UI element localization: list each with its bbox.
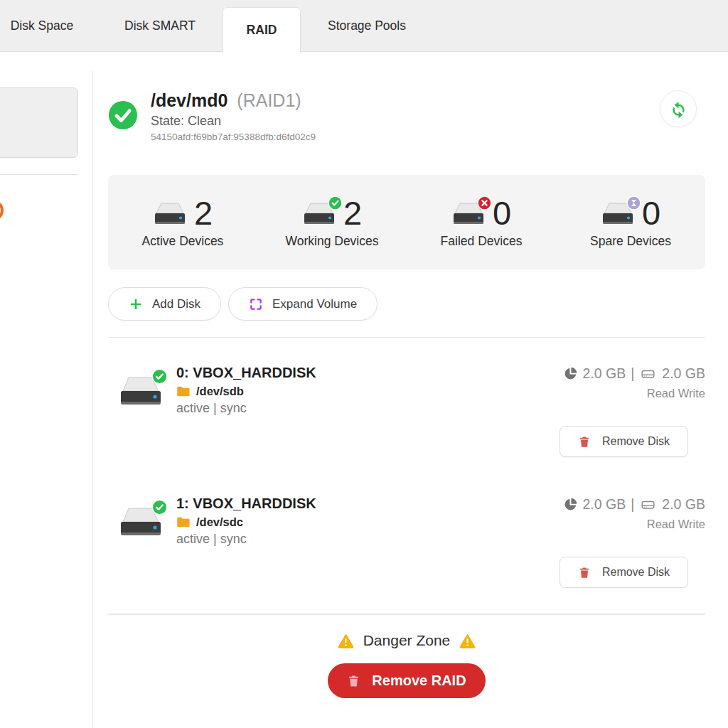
warning-icon (459, 633, 476, 649)
danger-zone-title: Danger Zone (108, 632, 705, 649)
stat-label: Failed Devices (441, 234, 523, 249)
folder-icon (176, 516, 191, 528)
raid-detail-panel: /dev/md0 (RAID1) State: Clean 54150afd:f… (108, 52, 705, 698)
pie-chart-icon (563, 366, 578, 381)
disk-name: 0: VBOX_HARDDISK (176, 363, 316, 382)
raid-level: (RAID1) (237, 90, 301, 110)
stat-value: 2 (343, 196, 362, 230)
tab-storage-pools[interactable]: Storage Pools (313, 0, 421, 52)
check-badge-icon (151, 499, 168, 515)
disk-drive-icon (118, 506, 165, 539)
danger-zone-divider (108, 614, 705, 615)
trash-icon (347, 674, 360, 688)
size-separator: | (631, 365, 634, 382)
folder-icon (176, 385, 191, 397)
tab-bar: Disk Space Disk SMART RAID Storage Pools (0, 0, 728, 52)
check-badge-icon (328, 196, 343, 210)
tab-raid[interactable]: RAID (223, 7, 301, 53)
raid-title: /dev/md0 (RAID1) (151, 89, 316, 112)
stat-value: 0 (493, 196, 511, 230)
disk-device-path: /dev/sdc (196, 515, 243, 529)
drive-icon (601, 203, 635, 227)
check-circle-icon (108, 100, 138, 130)
hdd-outline-icon (639, 367, 657, 381)
drive-icon (451, 203, 486, 227)
hdd-outline-icon (639, 498, 657, 512)
hourglass-badge-icon (626, 196, 641, 210)
tab-disk-smart[interactable]: Disk SMART (110, 0, 210, 52)
refresh-button[interactable] (660, 90, 697, 127)
disk-drive-icon (118, 375, 165, 408)
sidebar-content-divider (92, 71, 93, 728)
disk-access-mode: Read Write (647, 518, 705, 531)
disk-state: active | sync (176, 401, 316, 416)
trash-icon (578, 435, 591, 449)
disk-used: 2.0 GB (583, 365, 626, 382)
stat-value: 2 (194, 196, 213, 230)
disk-capacity: 2.0 GB (662, 365, 705, 382)
expand-volume-label: Expand Volume (272, 297, 357, 311)
error-badge-icon (477, 196, 492, 210)
remove-raid-button[interactable]: Remove RAID (328, 663, 486, 698)
raid-toolbar: Add Disk Expand Volume (108, 287, 705, 321)
disk-state: active | sync (176, 532, 316, 547)
disk-used: 2.0 GB (583, 496, 626, 513)
remove-disk-button[interactable]: Remove Disk (560, 426, 688, 457)
stat-failed-devices: 0 Failed Devices (407, 196, 556, 249)
size-separator: | (631, 496, 634, 513)
raid-uuid: 54150afd:f69bb7af:95388dfb:d6fd02c9 (151, 132, 316, 142)
disk-access-mode: Read Write (647, 387, 705, 400)
remove-raid-label: Remove RAID (372, 673, 466, 689)
drive-icon (302, 203, 336, 227)
sidebar-card-placeholder[interactable] (0, 87, 78, 158)
disk-device-path: /dev/sdb (196, 385, 244, 398)
stat-active-devices: 2 Active Devices (108, 196, 257, 249)
disk-size-line: 2.0 GB | 2.0 GB (563, 365, 705, 382)
stat-label: Active Devices (142, 234, 224, 249)
drive-icon (153, 203, 187, 227)
stat-spare-devices: 0 Spare Devices (556, 196, 705, 249)
raid-management-page: Disk Space Disk SMART RAID Storage Pools… (0, 0, 728, 728)
refresh-icon (669, 100, 688, 119)
pie-chart-icon (563, 497, 578, 512)
disk-name: 1: VBOX_HARDDISK (176, 493, 316, 513)
remove-disk-button[interactable]: Remove Disk (560, 557, 688, 588)
expand-volume-button[interactable]: Expand Volume (228, 287, 378, 321)
check-badge-icon (151, 368, 168, 385)
add-disk-label: Add Disk (152, 297, 200, 311)
stat-label: Working Devices (286, 234, 379, 249)
expand-icon (249, 297, 263, 311)
add-disk-button[interactable]: Add Disk (108, 287, 221, 321)
disk-row: 0: VBOX_HARDDISK /dev/sdb active | sync (108, 338, 705, 457)
disk-size-line: 2.0 GB | 2.0 GB (563, 496, 705, 513)
sidebar-divider (0, 174, 78, 175)
danger-zone-label: Danger Zone (363, 632, 451, 649)
stat-working-devices: 2 Working Devices (257, 196, 407, 249)
device-stats-panel: 2 Active Devices (108, 175, 705, 269)
tab-disk-space[interactable]: Disk Space (0, 0, 84, 52)
remove-disk-label: Remove Disk (602, 566, 670, 579)
remove-disk-label: Remove Disk (602, 435, 670, 448)
raid-device-name: /dev/md0 (151, 90, 228, 110)
raid-state: State: Clean (151, 114, 316, 129)
raid-header: /dev/md0 (RAID1) State: Clean 54150afd:f… (108, 89, 705, 142)
orange-circle-partial (0, 200, 4, 221)
warning-icon (337, 633, 355, 649)
disk-row: 1: VBOX_HARDDISK /dev/sdc active | sync (108, 469, 705, 588)
stat-label: Spare Devices (590, 234, 671, 249)
plus-icon (129, 297, 143, 311)
stat-value: 0 (642, 196, 660, 230)
trash-icon (578, 566, 591, 579)
disk-capacity: 2.0 GB (662, 496, 705, 513)
